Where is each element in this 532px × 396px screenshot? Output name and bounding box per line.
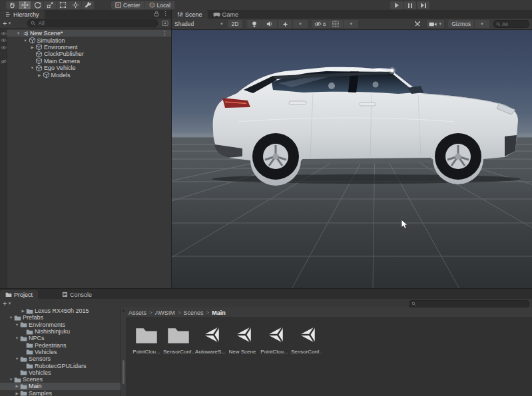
folder-icon [26,308,33,314]
2d-toggle-button[interactable]: 2D [228,20,243,28]
expand-arrow-icon[interactable]: ▼ [14,355,20,362]
panel-menu-icon[interactable]: ⋮ [162,11,168,17]
hierarchy-item-models[interactable]: ▶Models [7,71,171,78]
project-tree-item-robotecgpulidars[interactable]: RobotecGPULidars [0,362,121,369]
visibility-off-toggle[interactable] [1,59,7,65]
lock-icon[interactable] [154,11,159,17]
orientation-mode-button[interactable]: Local [145,1,175,9]
project-tree-item-pedestrians[interactable]: Pedestrians [0,341,121,348]
audio-toggle-button[interactable] [262,20,278,28]
asset-sensorconf[interactable]: SensorConf... [291,322,322,355]
hierarchy-search-input[interactable] [38,20,154,27]
tool-settings-button[interactable] [410,20,425,28]
shading-mode-dropdown[interactable]: Shaded▼ [174,21,224,27]
asset-sensorconf[interactable]: SensorConf... [163,322,194,355]
expand-arrow-icon[interactable]: ▼ [23,37,29,44]
scroll-up-arrow-icon[interactable]: ▲ [121,308,126,312]
step-button[interactable] [417,1,429,9]
breadcrumb-item-main[interactable]: Main [212,309,226,316]
scene-search[interactable] [493,20,529,28]
hierarchy-item-clockpublisher[interactable]: ClockPublisher [7,51,171,57]
project-tree-item-samples[interactable]: ▶Samples [0,390,121,396]
visibility-eye-icon[interactable] [1,31,7,36]
project-tree-item-prefabs[interactable]: ▼Prefabs [0,314,121,321]
hierarchy-item-new-scene[interactable]: ▼New Scene*⋮ [7,30,171,37]
project-tree-item-nishishinjuku[interactable]: Nishishinjuku [0,328,121,335]
project-tree-item-vehicles[interactable]: Vehicles [0,349,121,355]
effects-dropdown[interactable]: ▼ [293,20,308,28]
project-tree-item-npcs[interactable]: ▼NPCs [0,335,121,341]
tab-console[interactable]: Console [57,290,97,299]
breadcrumb-item-scenes[interactable]: Scenes [184,309,204,316]
hierarchy-item-ego-vehicle[interactable]: ▼Ego Vehicle [7,65,171,71]
gizmos-dropdown-arrow[interactable]: ▼ [475,20,490,28]
hand-tool-button[interactable] [6,1,19,9]
hierarchy-item-environment[interactable]: ▶Environment [7,44,171,51]
scene-picker-icon[interactable] [162,20,168,27]
pivot-mode-button[interactable]: Center [111,1,145,9]
scene-visibility-button[interactable]: 6 [312,20,328,28]
project-search-input[interactable] [418,301,527,307]
expand-arrow-icon[interactable]: ▼ [15,30,21,37]
project-tree-item-main[interactable]: ▶Main [0,383,121,389]
project-tree-item-vehicles[interactable]: Vehicles [0,369,121,376]
play-button[interactable] [390,1,403,9]
tab-project[interactable]: Project [0,290,38,299]
create-asset-button[interactable]: +▼ [3,299,11,307]
item-menu-icon[interactable]: ⋮ [162,31,168,37]
breadcrumb-item-awsim[interactable]: AWSIM [155,309,175,316]
center-pivot-icon [115,2,121,8]
expand-arrow-icon[interactable]: ▼ [14,335,20,341]
expand-arrow-icon[interactable]: ▶ [29,44,35,51]
project-tree-item-sensors[interactable]: ▼Sensors [0,355,121,362]
visibility-on-toggle[interactable] [1,31,7,37]
transform-tool-button[interactable] [69,1,82,9]
expand-arrow-icon[interactable]: ▶ [14,383,20,389]
project-tree-item-lexus-rx450h-2015[interactable]: ▶Lexus RX450h 2015 [0,307,121,314]
project-tree-item-scenes[interactable]: ▼Scenes [0,376,121,383]
project-search[interactable] [409,300,529,307]
ego-vehicle-car[interactable] [212,67,521,186]
scene-camera-button[interactable]: ▼ [427,20,445,28]
tab-game[interactable]: Game [208,10,244,19]
expand-arrow-icon[interactable]: ▼ [14,321,20,328]
visibility-on-toggle[interactable] [1,45,7,51]
breadcrumb-item-assets[interactable]: Assets [129,309,146,316]
tab-scene[interactable]: Scene [172,10,208,19]
lighting-toggle-button[interactable] [247,20,262,28]
hierarchy-item-main-camera[interactable]: Main Camera [7,58,171,65]
custom-tool-button[interactable] [82,1,95,9]
grid-visibility-button[interactable] [328,20,344,28]
project-tree-item-environments[interactable]: ▼Environments [0,321,121,328]
asset-new-scene[interactable]: New Scene [227,322,258,355]
project-content: ▶Lexus RX450h 2015▼Prefabs▼EnvironmentsN… [0,307,532,396]
asset-pointclou[interactable]: PointClou... [259,322,290,355]
expand-arrow-icon[interactable]: ▼ [8,376,14,383]
expand-arrow-icon[interactable]: ▶ [20,307,26,314]
grid-dropdown[interactable]: ▼ [344,20,359,28]
visibility-eye-off-icon[interactable] [1,59,7,64]
move-tool-button[interactable] [19,1,31,9]
expand-arrow-icon[interactable]: ▼ [8,314,14,321]
asset-autowares[interactable]: AutowareS... [195,322,226,355]
hierarchy-search[interactable] [27,19,158,27]
asset-pointclou[interactable]: PointClou... [131,322,162,355]
gizmos-dropdown[interactable]: Gizmos [448,20,475,28]
expand-arrow-icon[interactable]: ▶ [14,390,20,396]
scrollbar-thumb[interactable] [123,360,125,384]
expand-arrow-icon[interactable]: ▶ [37,72,43,79]
visibility-eye-icon[interactable] [1,45,7,50]
visibility-on-toggle[interactable] [1,37,7,44]
hierarchy-item-simulation[interactable]: ▼Simulation [7,37,171,43]
effects-toggle-button[interactable] [278,20,293,28]
scene-viewport[interactable] [172,30,532,289]
scene-search-input[interactable] [502,21,527,27]
visibility-eye-icon[interactable] [1,38,7,43]
rotate-tool-button[interactable] [31,1,44,9]
pause-button[interactable] [403,1,416,9]
scale-tool-button[interactable] [44,1,57,9]
expand-arrow-icon[interactable]: ▼ [29,65,35,71]
tab-hierarchy[interactable]: Hierarchy [0,10,45,19]
create-object-button[interactable]: +▼ [3,19,11,27]
rect-tool-button[interactable] [57,1,69,9]
